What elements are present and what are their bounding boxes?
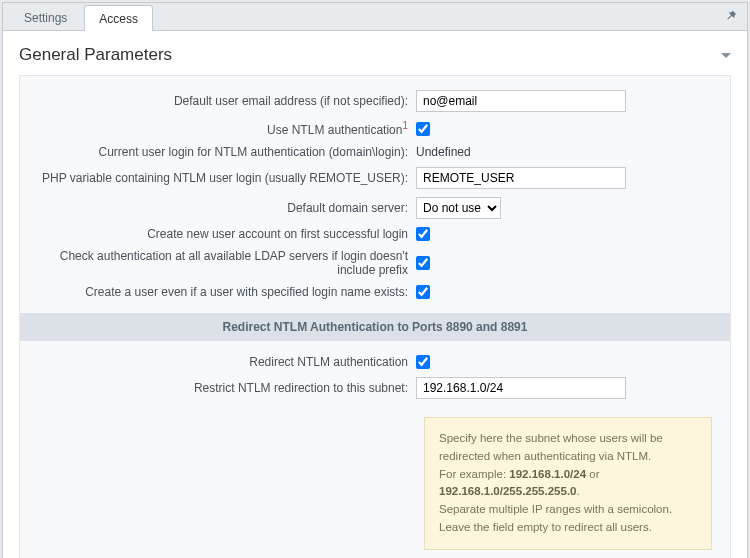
row-create-new: Create new user account on first success… — [38, 227, 712, 241]
pin-icon[interactable] — [725, 9, 737, 24]
panel-header: General Parameters — [19, 41, 731, 75]
hint-ex1: 192.168.1.0/24 — [509, 468, 586, 480]
php-var-input[interactable] — [416, 167, 626, 189]
tab-settings[interactable]: Settings — [9, 4, 82, 30]
default-email-input[interactable] — [416, 90, 626, 112]
use-ntlm-checkbox[interactable] — [416, 122, 430, 136]
row-current-login: Current user login for NTLM authenticati… — [38, 145, 712, 159]
label-current-login: Current user login for NTLM authenticati… — [38, 145, 416, 159]
row-default-email: Default user email address (if not speci… — [38, 90, 712, 112]
label-default-domain: Default domain server: — [38, 201, 416, 215]
panel-body: General Parameters Default user email ad… — [3, 31, 747, 558]
row-php-var: PHP variable containing NTLM user login … — [38, 167, 712, 189]
hint-line2-prefix: For example: — [439, 468, 509, 480]
row-default-domain: Default domain server: Do not use — [38, 197, 712, 219]
check-ldap-checkbox[interactable] — [416, 256, 430, 270]
redirect-ntlm-checkbox[interactable] — [416, 355, 430, 369]
label-use-ntlm-text: Use NTLM authentication — [267, 123, 402, 137]
label-create-new: Create new user account on first success… — [38, 227, 416, 241]
row-restrict-subnet: Restrict NTLM redirection to this subnet… — [38, 377, 712, 399]
hint-ex2: 192.168.1.0/255.255.255.0 — [439, 485, 577, 497]
create-even-checkbox[interactable] — [416, 285, 430, 299]
create-new-checkbox[interactable] — [416, 227, 430, 241]
default-domain-select[interactable]: Do not use — [416, 197, 501, 219]
section-redirect-header: Redirect NTLM Authentication to Ports 88… — [20, 313, 730, 341]
label-restrict-subnet: Restrict NTLM redirection to this subnet… — [38, 381, 416, 395]
label-use-ntlm: Use NTLM authentication1 — [38, 120, 416, 137]
hint-line1: Specify here the subnet whose users will… — [439, 432, 663, 462]
row-create-even: Create a user even if a user with specif… — [38, 285, 712, 299]
tab-access[interactable]: Access — [84, 5, 153, 31]
current-login-value: Undefined — [416, 145, 471, 159]
hint-line3: Separate multiple IP ranges with a semic… — [439, 503, 672, 515]
page-title: General Parameters — [19, 45, 172, 65]
tab-bar: Settings Access — [3, 3, 747, 31]
restrict-subnet-input[interactable] — [416, 377, 626, 399]
row-use-ntlm: Use NTLM authentication1 — [38, 120, 712, 137]
label-check-ldap: Check authentication at all available LD… — [38, 249, 416, 277]
row-check-ldap: Check authentication at all available LD… — [38, 249, 712, 277]
label-create-even: Create a user even if a user with specif… — [38, 285, 416, 299]
form-area: Default user email address (if not speci… — [19, 75, 731, 558]
hint-or: or — [586, 468, 599, 480]
chevron-down-icon[interactable] — [721, 53, 731, 58]
row-redirect-ntlm: Redirect NTLM authentication — [38, 355, 712, 369]
subnet-hint: Specify here the subnet whose users will… — [424, 417, 712, 550]
app-window: Settings Access General Parameters Defau… — [2, 2, 748, 558]
label-redirect-ntlm: Redirect NTLM authentication — [38, 355, 416, 369]
hint-line4: Leave the field empty to redirect all us… — [439, 521, 652, 533]
label-default-email: Default user email address (if not speci… — [38, 94, 416, 108]
footnote-1-icon: 1 — [402, 120, 408, 131]
label-php-var: PHP variable containing NTLM user login … — [38, 171, 416, 185]
